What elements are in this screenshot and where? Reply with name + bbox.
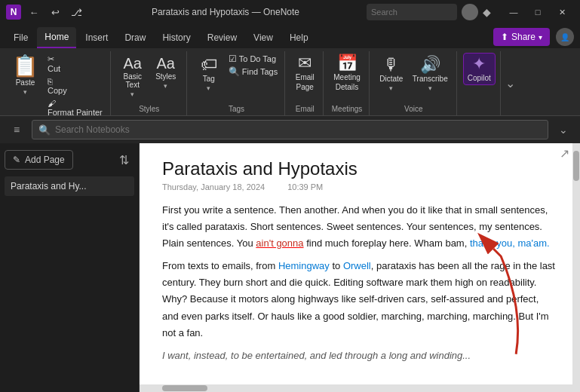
tag-label: Tag: [203, 75, 215, 83]
search-notebooks-input[interactable]: [55, 124, 542, 135]
format-painter-button[interactable]: 🖌 Format Painter: [44, 97, 106, 116]
copilot-icon: ✦: [472, 56, 486, 72]
expand-button[interactable]: ⌄: [553, 119, 574, 140]
basic-text-icon: Aa: [124, 55, 142, 72]
tag-dropdown[interactable]: ▾: [193, 84, 225, 93]
back-button[interactable]: ←: [26, 4, 42, 20]
meetings-group: 📅 Meeting Details Meetings: [325, 51, 370, 115]
tab-home[interactable]: Home: [37, 27, 76, 48]
sidebar: ✎ Add Page ⇅ Parataxis and Hy...: [0, 143, 140, 392]
tab-review[interactable]: Review: [200, 27, 244, 48]
tab-view[interactable]: View: [246, 27, 281, 48]
clipboard-group: 📋 Paste ▾ ✂ Cut ⎘ Copy 🖌 Format Painter …: [3, 51, 111, 115]
note-time: 10:39 PM: [287, 182, 323, 191]
hscrollbar-thumb[interactable]: [162, 385, 207, 391]
copilot-items: ✦ Copilot: [463, 53, 496, 105]
horizontal-scrollbar[interactable]: [140, 384, 572, 392]
note-meta: Thursday, January 18, 2024 10:39 PM: [162, 182, 557, 191]
note-body[interactable]: First you write a sentence. Then another…: [162, 202, 557, 364]
transcribe-icon: 🔊: [420, 55, 440, 75]
voice-items: 🎙 Dictate ▾ 🔊 Transcribe ▾: [376, 53, 452, 105]
paste-button[interactable]: 📋 Paste ▾: [8, 53, 43, 99]
tag-icon: 🏷: [201, 55, 217, 75]
window-title: Parataxis and Hypotaxis — OneNote: [89, 7, 362, 17]
note-paragraph-3: I want, instead, to be entertained, and …: [162, 348, 557, 364]
voice-label: Voice: [404, 105, 422, 115]
expand-note-button[interactable]: ↗: [560, 146, 569, 161]
tags-items: 🏷 Tag ▾ ☑ To Do Tag 🔍 Find Tags: [193, 53, 281, 105]
titlebar-search[interactable]: [367, 4, 457, 20]
sort-button[interactable]: ⇅: [113, 149, 134, 170]
user-avatar[interactable]: [462, 4, 478, 20]
email-icon: ✉: [298, 55, 311, 72]
tab-help[interactable]: Help: [282, 27, 316, 48]
meetings-items: 📅 Meeting Details: [330, 53, 364, 105]
undo-button[interactable]: ↩: [47, 4, 63, 20]
dictate-label: Dictate: [379, 75, 403, 83]
email-page-button[interactable]: ✉ Email Page: [291, 53, 318, 93]
cut-button[interactable]: ✂ Cut: [44, 53, 106, 75]
note-area: Parataxis and Hypotaxis Thursday, Januar…: [140, 143, 580, 392]
paste-icon: 📋: [12, 56, 38, 77]
email-group: ✉ Email Page Email: [287, 51, 324, 115]
meeting-icon: 📅: [337, 55, 358, 72]
clipboard-sub-buttons: ✂ Cut ⎘ Copy 🖌 Format Painter: [44, 53, 106, 116]
text-highlight-2: thank you, ma'am.: [470, 237, 550, 249]
tab-history[interactable]: History: [155, 27, 198, 48]
basic-text-split: Aa Basic Text ▾: [117, 53, 149, 99]
ribbon-tabs-bar: File Home Insert Draw History Review Vie…: [0, 24, 580, 48]
clipboard-items: 📋 Paste ▾ ✂ Cut ⎘ Copy 🖌 Format Painter: [8, 53, 106, 116]
transcribe-button[interactable]: 🔊 Transcribe: [409, 53, 452, 84]
tab-insert[interactable]: Insert: [78, 27, 115, 48]
add-page-icon: ✎: [13, 155, 20, 165]
sidebar-page-item[interactable]: Parataxis and Hy...: [5, 176, 134, 196]
styles-split: Aa Styles ▾: [150, 53, 182, 90]
styles-group: Aa Basic Text ▾ Aa Styles ▾ Styles: [112, 51, 187, 115]
dictate-dropdown[interactable]: ▾: [376, 84, 407, 93]
copilot-button[interactable]: ✦ Copilot: [463, 53, 496, 85]
styles-items: Aa Basic Text ▾ Aa Styles ▾: [117, 53, 182, 105]
tag-split: 🏷 Tag ▾: [193, 53, 225, 93]
dictate-button[interactable]: 🎙 Dictate: [376, 53, 407, 84]
profile-button[interactable]: 👤: [556, 28, 574, 46]
vertical-scrollbar[interactable]: [572, 143, 580, 392]
close-button[interactable]: ✕: [550, 0, 574, 24]
styles-dropdown[interactable]: ▾: [150, 81, 182, 90]
find-tags-button[interactable]: 🔍 Find Tags: [226, 66, 281, 78]
email-items: ✉ Email Page: [291, 53, 318, 105]
tags-checkboxes: ☑ To Do Tag 🔍 Find Tags: [226, 53, 281, 78]
maximize-button[interactable]: □: [526, 0, 550, 24]
scrollbar-thumb[interactable]: [573, 151, 579, 181]
titlebar: N ← ↩ ⎇ Parataxis and Hypotaxis — OneNot…: [0, 0, 580, 24]
ribbon-more-button[interactable]: ⌄: [502, 51, 518, 115]
to-do-tag-button[interactable]: ☑ To Do Tag: [226, 53, 281, 65]
meeting-details-button[interactable]: 📅 Meeting Details: [330, 53, 364, 93]
search-notebooks-container[interactable]: 🔍: [32, 120, 548, 139]
add-page-button[interactable]: ✎ Add Page: [5, 150, 73, 170]
share-label: Share: [511, 32, 536, 42]
link-orwell: Orwell: [343, 260, 371, 271]
find-tags-icon: 🔍: [229, 66, 240, 77]
styles-button[interactable]: Aa Styles: [150, 53, 182, 81]
minimize-button[interactable]: —: [502, 0, 526, 24]
transcribe-dropdown[interactable]: ▾: [409, 84, 452, 93]
meetings-label: Meetings: [332, 105, 363, 115]
copy-button[interactable]: ⎘ Copy: [44, 75, 106, 96]
tag-button[interactable]: 🏷 Tag: [193, 53, 225, 84]
tab-file[interactable]: File: [6, 27, 35, 48]
transcribe-split: 🔊 Transcribe ▾: [409, 53, 452, 93]
tab-draw[interactable]: Draw: [117, 27, 153, 48]
transcribe-label: Transcribe: [413, 75, 448, 83]
command-bar: ≡ 🔍 ⌄: [0, 116, 580, 143]
basic-text-label2: Text: [126, 81, 140, 89]
search-icon: 🔍: [38, 124, 51, 136]
note-paragraph-1: First you write a sentence. Then another…: [162, 202, 557, 252]
voice-group: 🎙 Dictate ▾ 🔊 Transcribe ▾ Voice: [371, 51, 457, 115]
main-area: ✎ Add Page ⇅ Parataxis and Hy... Paratax…: [0, 143, 580, 392]
note-title: Parataxis and Hypotaxis: [162, 158, 557, 179]
basic-text-dropdown[interactable]: ▾: [117, 90, 149, 99]
share-button[interactable]: ⬆ Share ▾: [493, 28, 550, 46]
menu-button[interactable]: ≡: [6, 119, 27, 140]
basic-text-button[interactable]: Aa Basic Text: [117, 53, 149, 90]
branch-button[interactable]: ⎇: [68, 4, 84, 20]
